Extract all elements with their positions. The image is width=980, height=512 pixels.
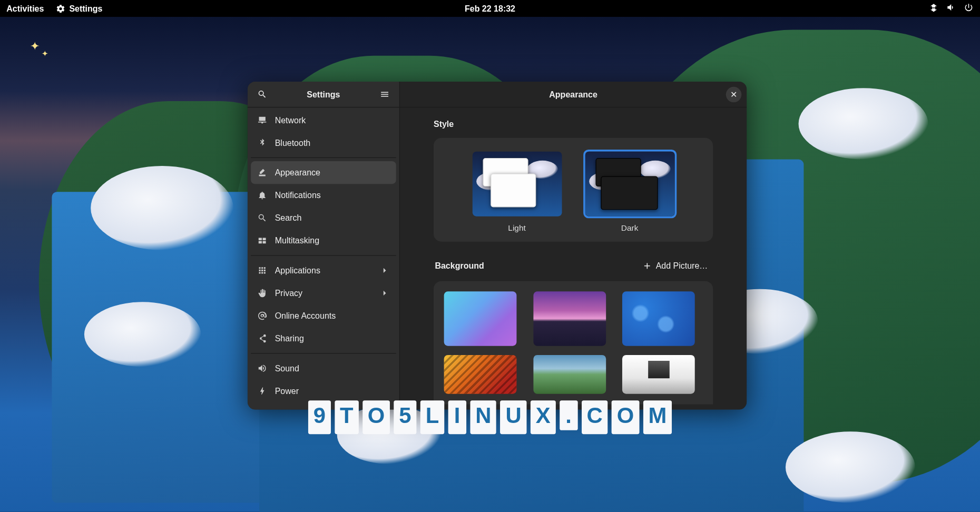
power-indicator-icon[interactable] xyxy=(964,3,973,14)
sidebar-item-label: Privacy xyxy=(275,288,302,298)
chevron-right-icon xyxy=(380,265,389,275)
style-section-title: Style xyxy=(434,119,713,129)
sidebar-menu-button[interactable] xyxy=(376,85,394,103)
background-thumb[interactable] xyxy=(622,292,695,346)
sidebar-item-label: Appearance xyxy=(275,168,320,178)
style-label-light: Light xyxy=(508,223,525,232)
sidebar-item-label: Sound xyxy=(275,363,299,373)
multitask-icon xyxy=(257,236,267,245)
background-thumb[interactable] xyxy=(444,292,517,346)
bell-icon xyxy=(257,191,267,200)
search-icon xyxy=(257,213,267,223)
background-thumb[interactable] xyxy=(533,292,606,346)
settings-window: Settings NetworkBluetoothAppearanceNotif… xyxy=(248,82,747,409)
bluetooth-icon xyxy=(257,138,267,147)
monitor-icon xyxy=(257,115,267,125)
sound-icon xyxy=(257,363,267,373)
sidebar-item-search[interactable]: Search xyxy=(251,206,396,229)
close-button[interactable]: ✕ xyxy=(726,86,742,102)
chevron-right-icon xyxy=(380,288,389,298)
sidebar-item-applications[interactable]: Applications xyxy=(251,259,396,282)
sidebar-item-label: Notifications xyxy=(275,191,321,200)
sidebar-item-multitasking[interactable]: Multitasking xyxy=(251,229,396,252)
sidebar-item-privacy[interactable]: Privacy xyxy=(251,282,396,304)
sidebar-item-power[interactable]: Power xyxy=(251,380,396,402)
sidebar-search-button[interactable] xyxy=(253,85,271,103)
sidebar-item-sound[interactable]: Sound xyxy=(251,357,396,380)
style-option-dark[interactable]: Dark xyxy=(583,150,677,232)
brush-icon xyxy=(257,168,267,178)
style-label-dark: Dark xyxy=(621,223,638,232)
page-title: Appearance xyxy=(549,90,597,99)
sidebar-item-bluetooth[interactable]: Bluetooth xyxy=(251,132,396,154)
activities-button[interactable]: Activities xyxy=(6,4,44,13)
add-picture-label: Add Picture… xyxy=(656,261,708,271)
clock[interactable]: Feb 22 18:32 xyxy=(465,4,515,13)
at-icon xyxy=(257,311,267,320)
volume-indicator-icon[interactable] xyxy=(946,3,956,14)
sidebar-item-label: Applications xyxy=(275,265,320,275)
watermark: 9TO5LINUX.COM xyxy=(308,400,672,434)
share-icon xyxy=(257,334,267,343)
settings-sidebar: Settings NetworkBluetoothAppearanceNotif… xyxy=(248,82,400,409)
sidebar-item-label: Search xyxy=(275,213,302,223)
app-menu[interactable]: Settings xyxy=(56,4,103,13)
display-icon xyxy=(257,409,267,409)
add-picture-button[interactable]: Add Picture… xyxy=(638,259,711,273)
sidebar-item-label: Sharing xyxy=(275,334,304,343)
hand-icon xyxy=(257,288,267,298)
background-grid xyxy=(434,281,713,405)
sidebar-item-notifications[interactable]: Notifications xyxy=(251,184,396,206)
style-option-light[interactable]: Light xyxy=(470,150,563,232)
power-icon xyxy=(257,386,267,396)
sidebar-title: Settings xyxy=(307,90,340,99)
sidebar-item-sharing[interactable]: Sharing xyxy=(251,327,396,350)
sidebar-item-label: Multitasking xyxy=(275,236,319,245)
sidebar-item-label: Displays xyxy=(275,409,307,409)
sidebar-item-appearance[interactable]: Appearance xyxy=(251,161,396,184)
sidebar-item-online-accounts[interactable]: Online Accounts xyxy=(251,304,396,327)
sidebar-item-network[interactable]: Network xyxy=(251,109,396,132)
sidebar-item-label: Online Accounts xyxy=(275,311,336,320)
grid-icon xyxy=(257,265,267,275)
top-bar: Activities Settings Feb 22 18:32 xyxy=(0,0,980,17)
app-menu-label: Settings xyxy=(69,4,102,13)
sidebar-item-label: Network xyxy=(275,115,306,125)
sidebar-item-label: Bluetooth xyxy=(275,138,311,147)
sidebar-item-label: Power xyxy=(275,386,299,396)
background-thumb[interactable] xyxy=(444,355,517,394)
background-thumb[interactable] xyxy=(533,355,606,394)
background-thumb[interactable] xyxy=(622,355,695,394)
style-card: Light Dark xyxy=(434,138,713,242)
settings-content: Appearance ✕ Style Light Dark Background xyxy=(400,82,747,409)
network-indicator-icon[interactable] xyxy=(929,3,938,14)
background-section-title: Background xyxy=(435,261,484,271)
